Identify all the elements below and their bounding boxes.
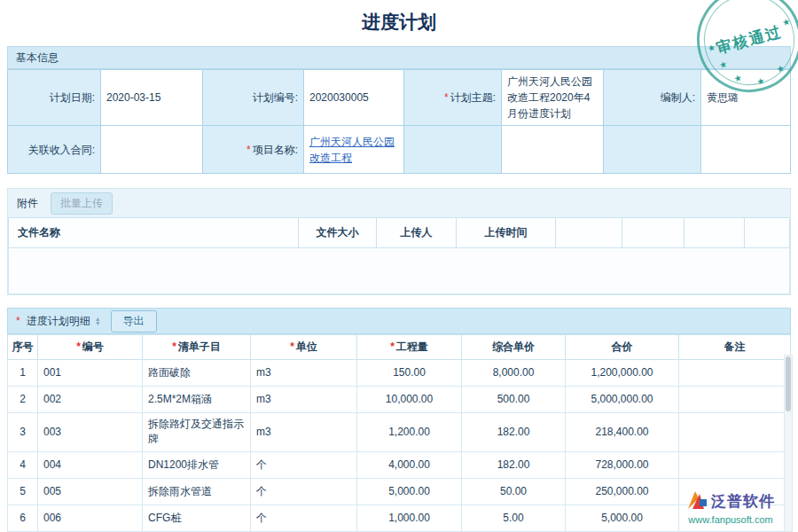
col-header-quantity: *工程量 [357, 335, 462, 360]
basic-info-row: 计划日期: 2020-03-15 计划编号: 2020030005 *计划主题:… [8, 70, 791, 126]
cell-total: 218,400.00 [566, 413, 679, 452]
cell-total: 250,000.00 [566, 478, 679, 505]
cell-seq: 2 [8, 387, 38, 413]
table-row: 1 001 路面破除 m3 150.00 8,000.00 1,200,000.… [8, 360, 791, 387]
fanpu-logo-icon [686, 489, 708, 513]
plan-no-label: 计划编号: [203, 70, 304, 126]
cell-quantity: 5,000.00 [357, 478, 462, 505]
col-header-upload-time: 上传时间 [457, 218, 556, 248]
cell-total: 728,000.00 [566, 451, 679, 478]
project-name-cell: 广州天河人民公园改造工程 [304, 126, 404, 174]
cell-remark [679, 451, 791, 478]
plan-date-value: 2020-03-15 [101, 70, 203, 126]
col-header-unit: *单位 [251, 335, 357, 360]
cell-item: 路面破除 [143, 360, 251, 387]
cell-unit: 个 [251, 505, 357, 531]
cell-unit-price: 50.00 [462, 478, 566, 505]
table-row: 2 002 2.5M*2M箱涵 m3 10,000.00 500.00 5,00… [8, 387, 791, 413]
cell-unit-price: 8,000.00 [462, 360, 566, 387]
cell-remark [679, 360, 791, 387]
empty-label-cell [604, 126, 701, 174]
cell-quantity: 1,000.00 [357, 505, 462, 531]
details-header-row: 序号 *编号 *清单子目 *单位 *工程量 综合单价 合价 备注 [8, 335, 791, 360]
details-scrollbar-thumb[interactable] [786, 356, 791, 411]
attachments-title: 附件 [17, 196, 38, 211]
cell-seq: 5 [8, 478, 38, 505]
cell-code: 005 [38, 478, 143, 505]
col-header-empty [745, 218, 790, 248]
col-header-item: *清单子目 [143, 335, 251, 360]
cell-remark [679, 413, 791, 452]
fanpu-brand: 泛普软件 www.fanpusoft.com [672, 489, 789, 525]
cell-code: 001 [38, 360, 143, 387]
col-label: 合价 [612, 340, 633, 353]
col-header-code: *编号 [38, 335, 143, 360]
cell-total: 5,000.00 [566, 505, 679, 531]
basic-info-section: 基本信息 计划日期: 2020-03-15 计划编号: 2020030005 *… [7, 46, 791, 174]
attachments-header-row: 文件名称 文件大小 上传人 上传时间 [9, 218, 790, 248]
brand-name: 泛普软件 [711, 491, 775, 512]
col-header-uploader: 上传人 [377, 218, 457, 248]
col-header-total: 合价 [566, 335, 679, 360]
cell-unit: m3 [251, 387, 357, 413]
empty-label-cell [404, 126, 502, 174]
plan-no-value: 2020030005 [304, 70, 404, 126]
cell-seq: 1 [8, 360, 38, 387]
cell-quantity: 150.00 [357, 360, 462, 387]
cell-seq: 6 [8, 505, 38, 531]
required-marker: * [390, 340, 395, 353]
cell-unit: m3 [251, 413, 357, 452]
col-label: 清单子目 [178, 340, 221, 353]
col-header-empty [622, 218, 685, 248]
attachments-toolbar: 附件 批量上传 [8, 189, 790, 217]
cell-item: DN1200排水管 [143, 451, 251, 478]
cell-quantity: 10,000.00 [357, 387, 462, 413]
table-row: 3 003 拆除路灯及交通指示牌 m3 1,200.00 182.00 218,… [8, 413, 791, 452]
cell-seq: 3 [8, 413, 38, 452]
cell-code: 002 [38, 387, 143, 413]
cell-unit-price: 182.00 [462, 413, 566, 452]
col-label: 工程量 [396, 340, 428, 353]
cell-code: 006 [38, 505, 143, 531]
project-name-label: *项目名称: [203, 126, 304, 174]
cell-total: 1,200,000.00 [566, 360, 679, 387]
batch-upload-button[interactable]: 批量上传 [51, 192, 113, 215]
empty-value-cell [502, 126, 604, 174]
attachments-section: 附件 批量上传 文件名称 文件大小 上传人 上传时间 [7, 188, 791, 295]
cell-quantity: 4,000.00 [357, 451, 462, 478]
cell-unit-price: 5.00 [462, 505, 566, 531]
cell-seq: 4 [8, 451, 38, 478]
col-label: 编号 [82, 340, 104, 353]
cell-unit: 个 [251, 451, 357, 478]
creator-value: 黄思璐 [701, 70, 791, 126]
basic-info-row: 关联收入合同: *项目名称: 广州天河人民公园改造工程 [8, 126, 791, 174]
col-label: 备注 [724, 340, 746, 353]
plan-subject-value: 广州天河人民公园改造工程2020年4月份进度计划 [502, 70, 604, 126]
export-button[interactable]: 导出 [111, 310, 157, 332]
cell-unit-price: 182.00 [462, 451, 566, 478]
required-marker: * [444, 91, 449, 104]
creator-label: 编制人: [604, 70, 701, 126]
cell-unit: 个 [251, 478, 357, 505]
brand-url: www.fanpusoft.com [672, 514, 789, 525]
cell-remark [679, 387, 791, 413]
required-marker: * [246, 144, 251, 156]
sort-arrows-icon[interactable]: ▲▼ [95, 317, 101, 325]
required-marker: * [76, 340, 81, 353]
col-header-unit-price: 综合单价 [462, 335, 566, 360]
page-title: 进度计划 [0, 0, 798, 46]
project-name-label-text: 项目名称: [253, 144, 298, 156]
cell-item: 拆除雨水管道 [143, 478, 251, 505]
col-header-seq: 序号 [8, 335, 38, 360]
required-marker: * [290, 340, 294, 353]
cell-quantity: 1,200.00 [357, 413, 462, 452]
plan-subject-label: *计划主题: [404, 70, 502, 126]
basic-info-table: 计划日期: 2020-03-15 计划编号: 2020030005 *计划主题:… [7, 69, 791, 174]
project-name-link[interactable]: 广州天河人民公园改造工程 [309, 136, 395, 164]
plan-subject-label-text: 计划主题: [450, 91, 496, 104]
basic-info-header: 基本信息 [7, 46, 791, 69]
required-marker: * [16, 315, 20, 327]
col-header-file-name: 文件名称 [9, 218, 299, 248]
details-header-bar: * 进度计划明细 ▲▼ 导出 [7, 308, 791, 334]
cell-item: 2.5M*2M箱涵 [143, 387, 251, 413]
